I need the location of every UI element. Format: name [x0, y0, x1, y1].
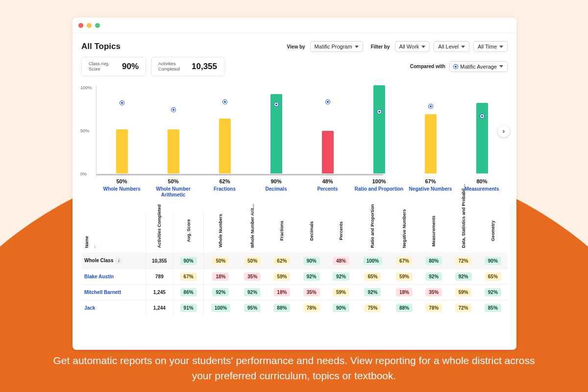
compare-dropdown[interactable]: Matific Average — [449, 61, 508, 72]
cell-topic-score: 92% — [419, 269, 448, 284]
column-header[interactable]: Avg. Score — [173, 212, 204, 253]
chart-bar[interactable] — [251, 85, 302, 173]
cell-activities: 10,355 — [146, 253, 173, 269]
cell-topic-score: 62% — [267, 253, 296, 269]
bar-category-link[interactable]: Fractions — [199, 186, 250, 192]
chevron-right-icon: › — [503, 127, 505, 135]
cell-topic-score: 59% — [448, 284, 478, 300]
column-header[interactable]: Activities Completed — [146, 212, 173, 253]
cell-topic-score: 67% — [390, 253, 419, 269]
bar-category-link[interactable]: Whole Number Arithmetic — [147, 186, 199, 198]
cell-topic-score: 50% — [203, 253, 237, 269]
column-header[interactable]: Decimals — [297, 212, 326, 253]
column-header[interactable]: Ratio and Proportion — [356, 212, 390, 253]
cell-topic-score: 78% — [419, 300, 448, 316]
cell-topic-score: 75% — [356, 300, 390, 316]
bar-category-link[interactable]: Decimals — [250, 186, 302, 192]
cell-topic-score: 92% — [448, 269, 478, 284]
filter-by-label: Filter by — [371, 44, 390, 49]
cell-topic-score: 72% — [448, 253, 478, 269]
cell-topic-score: 18% — [203, 269, 237, 284]
bar-value: 80% — [456, 178, 508, 184]
column-header[interactable]: Data, Statistics and Probabil… — [448, 212, 478, 253]
cell-topic-score: 92% — [478, 284, 508, 300]
summary-cards: Class Avg. Score 90% Activities Complete… — [81, 57, 224, 76]
bar-value: 50% — [147, 178, 199, 184]
cell-topic-score: 92% — [297, 269, 326, 284]
cell-avg-score: 67% — [173, 269, 204, 284]
minimize-icon[interactable] — [87, 23, 92, 28]
cell-topic-score: 100% — [356, 253, 390, 269]
cell-topic-score: 85% — [478, 300, 508, 316]
legend-dot-icon — [454, 65, 458, 69]
close-icon[interactable] — [78, 23, 83, 28]
bar-category-link[interactable]: Ratio and Proportion — [353, 186, 405, 192]
cell-topic-score: 95% — [238, 300, 267, 316]
chart-bar[interactable] — [148, 85, 199, 173]
column-name[interactable]: Name ↓ — [81, 212, 146, 253]
chart-bar[interactable] — [97, 85, 148, 173]
row-name-link[interactable]: Jack — [81, 300, 146, 316]
cell-topic-score: 72% — [448, 300, 478, 316]
cell-topic-score: 59% — [267, 269, 296, 284]
cell-topic-score: 80% — [419, 253, 448, 269]
cell-topic-score: 90% — [297, 253, 326, 269]
bar-category-link[interactable]: Negative Numbers — [405, 186, 456, 192]
cell-activities: 1,244 — [146, 300, 173, 316]
table-row: Blake Austin78967%18%35%59%92%92%65%59%9… — [81, 269, 508, 284]
bar-value: 50% — [96, 178, 147, 184]
benchmark-marker — [223, 100, 227, 104]
benchmark-marker — [326, 100, 330, 104]
cell-topic-score: 90% — [326, 300, 356, 316]
filter-work-dropdown[interactable]: All Work — [395, 41, 430, 52]
benchmark-marker — [172, 108, 175, 112]
card-avg-score-value: 90% — [122, 62, 139, 72]
cell-topic-score: 65% — [356, 269, 390, 284]
column-header[interactable]: Whole Number Arit… — [238, 212, 267, 253]
cell-topic-score: 78% — [297, 300, 326, 316]
cell-topic-score: 92% — [326, 269, 356, 284]
card-avg-score: Class Avg. Score 90% — [81, 57, 146, 76]
chart-bar[interactable] — [405, 85, 456, 173]
maximize-icon[interactable] — [95, 23, 100, 28]
row-name-link[interactable]: Mitchell Barnett — [81, 284, 146, 300]
chart-bar[interactable] — [302, 85, 354, 173]
filter-level-dropdown[interactable]: All Level — [434, 41, 469, 52]
cell-topic-score: 35% — [297, 284, 326, 300]
window-titlebar — [73, 18, 516, 33]
column-header[interactable]: Negative Numbers — [390, 212, 419, 253]
page-title: All Topics — [81, 42, 121, 51]
bar-category-link[interactable]: Whole Numbers — [96, 186, 147, 192]
bar-category-link[interactable]: Percents — [302, 186, 353, 192]
cell-avg-score: 91% — [173, 300, 204, 316]
table-row: Jack1,24491%100%95%88%78%90%75%88%78%72%… — [81, 300, 508, 316]
cell-topic-score: 35% — [238, 269, 267, 284]
benchmark-marker — [120, 101, 124, 105]
info-icon[interactable]: i — [115, 257, 122, 264]
view-by-dropdown[interactable]: Matific Program — [310, 41, 363, 52]
bar-value: 90% — [250, 178, 302, 184]
bar-value: 100% — [353, 178, 405, 184]
column-header[interactable]: Measurements — [419, 212, 448, 253]
chart-scroll-right-button[interactable]: › — [498, 125, 510, 137]
bar-value: 62% — [199, 178, 250, 184]
row-name-link[interactable]: Blake Austin — [81, 269, 146, 284]
cell-topic-score: 48% — [326, 253, 356, 269]
column-header[interactable]: Whole Numbers — [203, 212, 237, 253]
view-by-label: View by — [287, 44, 305, 49]
chart-bar[interactable] — [199, 85, 251, 173]
filter-time-dropdown[interactable]: All Time — [473, 41, 508, 52]
cell-topic-score: 92% — [203, 284, 237, 300]
y-axis-100: 100% — [80, 85, 92, 90]
column-header[interactable]: Fractions — [267, 212, 296, 253]
cell-avg-score: 86% — [173, 284, 204, 300]
table-row: Mitchell Barnett1,24586%92%92%18%35%59%9… — [81, 284, 508, 300]
chart-bar[interactable] — [353, 85, 405, 173]
column-header[interactable]: Geometry — [478, 212, 508, 253]
cell-topic-score: 90% — [478, 253, 508, 269]
benchmark-marker — [429, 104, 433, 108]
cell-topic-score: 18% — [390, 284, 419, 300]
header-controls: View by Matific Program Filter by All Wo… — [287, 41, 508, 52]
topics-chart: 100% 50% 0% 50%Whole Numbers50%Whole Num… — [81, 85, 508, 198]
column-header[interactable]: Percents — [326, 212, 356, 253]
